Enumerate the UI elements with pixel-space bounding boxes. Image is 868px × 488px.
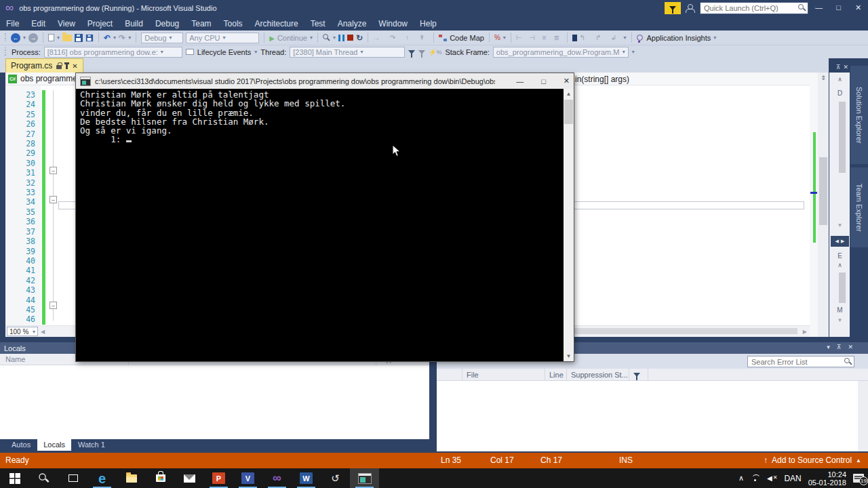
wifi-icon[interactable] <box>751 474 760 482</box>
horizontal-scroll-thumb[interactable] <box>574 328 797 334</box>
add-to-source-control-button[interactable]: Add to Source Control <box>764 455 861 465</box>
console-title-bar[interactable]: c:\users\ceci313d\documents\visual studi… <box>76 73 574 89</box>
clock[interactable]: 10:24 05-01-2018 <box>808 470 846 487</box>
visual-studio-button[interactable]: ∞ <box>262 468 292 488</box>
toolbar-grip[interactable] <box>4 33 7 43</box>
error-list-scrollbar[interactable] <box>858 381 868 451</box>
file-explorer-button[interactable] <box>117 468 146 488</box>
find-in-code-icon[interactable] <box>323 34 330 41</box>
task-view-button[interactable] <box>58 468 87 488</box>
start-button[interactable] <box>0 468 29 488</box>
feedback-filter-button[interactable] <box>665 2 681 14</box>
close-button[interactable] <box>848 0 868 15</box>
window-position-dropdown[interactable] <box>827 344 830 350</box>
toolbar-overflow[interactable] <box>333 35 336 41</box>
watch-tab[interactable]: Watch 1 <box>72 439 111 451</box>
stop-debugging-icon[interactable] <box>347 35 353 41</box>
watch-tab[interactable]: Autos <box>5 439 37 451</box>
close-icon[interactable] <box>848 344 853 350</box>
restart-icon[interactable] <box>356 34 363 42</box>
member-dropdown[interactable]: in(string[] args) <box>575 75 629 84</box>
pin-icon[interactable] <box>837 344 842 350</box>
tab-team-explorer[interactable]: Team Explorer <box>850 167 868 247</box>
navigate-back-button[interactable]: ← <box>11 33 20 43</box>
new-file-dropdown[interactable] <box>57 35 60 41</box>
store-button[interactable] <box>146 468 175 488</box>
new-file-icon[interactable] <box>48 34 54 41</box>
thread-combo[interactable]: [2380] Main Thread <box>290 47 405 58</box>
application-insights-dropdown[interactable] <box>713 35 716 41</box>
code-map-button[interactable]: Code Map <box>450 34 484 42</box>
close-tab-icon[interactable] <box>72 62 77 70</box>
console-minimize-button[interactable] <box>516 77 524 85</box>
analyze-overflow[interactable] <box>503 35 506 41</box>
menu-item[interactable]: Project <box>81 17 119 30</box>
menu-item[interactable]: Test <box>304 17 332 30</box>
console-scrollbar[interactable] <box>564 89 574 361</box>
solution-platforms-combo[interactable]: Any CPU <box>186 33 259 43</box>
save-icon[interactable] <box>75 34 83 42</box>
scroll-up-arrow[interactable] <box>564 89 574 99</box>
menu-item[interactable]: Analyze <box>332 17 373 30</box>
menu-item[interactable]: Tools <box>218 17 249 30</box>
console-taskbar-button[interactable] <box>350 468 379 488</box>
undo-icon[interactable] <box>104 34 111 42</box>
collapse-box[interactable]: – <box>50 196 57 203</box>
lifecycle-dropdown[interactable] <box>254 49 257 55</box>
stack-frame-combo[interactable]: obs_programmering_dow.Program.Main <box>493 47 629 58</box>
swirl-app-button[interactable]: ↺ <box>321 468 350 488</box>
debugbar-overflow[interactable] <box>632 49 635 55</box>
minimize-button[interactable] <box>809 0 829 15</box>
indent-icons[interactable]: ⊢ ⊣ ≡ ≣ <box>516 34 562 41</box>
process-combo[interactable]: [8116] obs programmering dow.e: <box>44 47 182 58</box>
column-header-blank[interactable] <box>437 369 462 381</box>
lifecycle-events-icon[interactable] <box>186 49 194 55</box>
toolbar-grip[interactable] <box>4 47 7 57</box>
taskbar-search-button[interactable] <box>29 468 58 488</box>
save-all-icon[interactable] <box>86 34 93 41</box>
mini-horizontal-scrollbar[interactable] <box>831 236 849 247</box>
quick-launch-input[interactable] <box>700 2 808 14</box>
editor-zoom-combo[interactable]: 100 % <box>7 327 38 336</box>
console-output[interactable]: Christian Mørk er altid på talentjagtChr… <box>76 89 564 361</box>
scroll-down-arrow[interactable] <box>829 222 850 228</box>
scroll-up-arrow[interactable] <box>829 76 850 83</box>
close-icon[interactable] <box>843 64 848 70</box>
lifecycle-events-button[interactable]: Lifecycle Events <box>197 48 251 56</box>
menu-item[interactable]: Help <box>414 17 443 30</box>
menu-item[interactable]: Edit <box>25 17 52 30</box>
watch-tab[interactable]: Locals <box>37 439 71 451</box>
editor-vertical-scrollbar[interactable]: ⇕ <box>818 73 829 337</box>
menu-item[interactable]: Team <box>185 17 217 30</box>
menu-item[interactable]: Build <box>119 17 149 30</box>
edge-taskbar-button[interactable]: e <box>87 468 117 488</box>
console-scroll-thumb[interactable] <box>564 100 573 124</box>
bookmark-icon[interactable] <box>572 35 577 41</box>
bookmark-overflow[interactable] <box>624 35 627 41</box>
pin-icon[interactable] <box>66 64 68 69</box>
menu-item[interactable]: File <box>0 17 25 30</box>
bookmark-nav-icons[interactable]: ↰ ↱ ↲ <box>580 34 621 41</box>
continue-play-icon[interactable] <box>269 34 275 42</box>
column-header-file[interactable]: File <box>462 369 545 381</box>
maximize-button[interactable] <box>829 0 848 15</box>
error-list-search-input[interactable] <box>747 356 854 367</box>
tray-expand-chevron-icon[interactable] <box>738 474 744 483</box>
vertical-scroll-thumb[interactable] <box>819 157 827 225</box>
analyze-icon[interactable]: % <box>494 35 500 41</box>
menu-item[interactable]: Debug <box>149 17 185 30</box>
console-maximize-button[interactable] <box>541 77 546 85</box>
application-insights-button[interactable]: Application Insights <box>647 34 711 42</box>
step-commands-icons[interactable]: → ↷ ↑ ↟ <box>373 34 429 41</box>
scroll-thumb[interactable] <box>839 102 846 173</box>
scroll-thumb[interactable] <box>839 272 846 303</box>
filter-threads-icon[interactable] <box>408 50 415 54</box>
document-list-dropdown[interactable] <box>814 4 816 10</box>
feedback-person-icon[interactable] <box>685 4 694 12</box>
powerpoint-button[interactable]: P <box>204 468 233 488</box>
pin-icon[interactable] <box>836 64 841 70</box>
menu-item[interactable]: Architecture <box>249 17 304 30</box>
scroll-down-arrow[interactable] <box>829 317 850 323</box>
locals-grid-body[interactable] <box>0 365 429 439</box>
console-window[interactable]: c:\users\ceci313d\documents\visual studi… <box>76 73 574 361</box>
